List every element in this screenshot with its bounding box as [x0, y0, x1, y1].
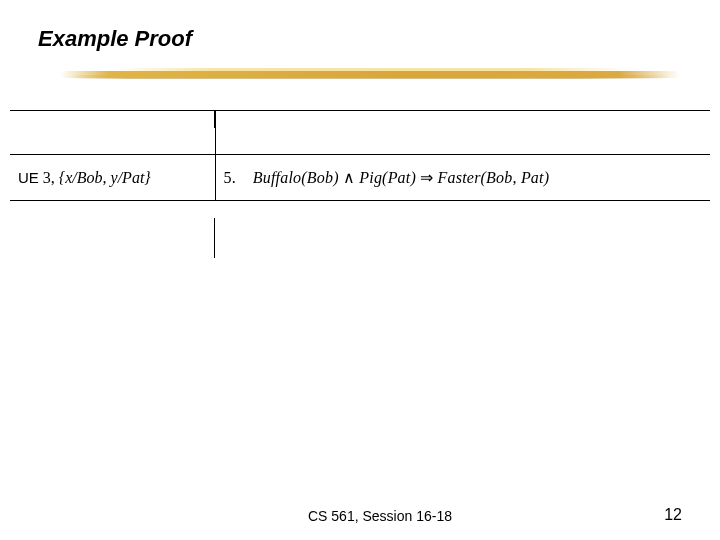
table-row: UE 3, {x/Bob, y/Pat} 5. Buffalo(Bob) ∧ P… [10, 155, 710, 201]
proof-table: UE 3, {x/Bob, y/Pat} 5. Buffalo(Bob) ∧ P… [10, 110, 710, 201]
arg-pat: (Pat) [382, 169, 416, 186]
pred-pig: Pig [359, 169, 382, 186]
rule-number: 3, [43, 169, 55, 186]
cell-stmt-empty [215, 111, 710, 155]
slide-container: Example Proof UE 3, {x/Bob, y/Pat} [0, 0, 720, 540]
brush-highlight [110, 68, 630, 71]
proof-table-wrapper: UE 3, {x/Bob, y/Pat} 5. Buffalo(Bob) ∧ P… [10, 110, 710, 201]
page-number: 12 [664, 506, 682, 524]
arg-bob: (Bob) [301, 169, 338, 186]
rule-substitution: {x/Bob, y/Pat} [59, 169, 151, 186]
cell-rule-empty [10, 111, 215, 155]
rule-label: UE [18, 169, 39, 186]
rule-text: UE 3, {x/Bob, y/Pat} [10, 169, 215, 187]
op-and: ∧ [339, 169, 360, 186]
table-vertical-divider-bottom [214, 218, 215, 258]
pred-faster: Faster [438, 169, 481, 186]
table-row-empty [10, 111, 710, 155]
brush-main [60, 71, 680, 78]
op-implies: ⇒ [416, 169, 438, 186]
pred-buffalo: Buffalo [253, 169, 302, 186]
stmt-number: 5. [224, 169, 236, 186]
slide-title: Example Proof [38, 26, 192, 52]
title-underline-decoration [60, 64, 680, 84]
footer-course-text: CS 561, Session 16-18 [308, 508, 452, 524]
footer-course: CS 561, Session 16-18 [0, 508, 720, 524]
cell-rule: UE 3, {x/Bob, y/Pat} [10, 155, 215, 201]
cell-statement: 5. Buffalo(Bob) ∧ Pig(Pat) ⇒ Faster(Bob,… [215, 155, 710, 201]
statement-text: 5. Buffalo(Bob) ∧ Pig(Pat) ⇒ Faster(Bob,… [216, 168, 711, 187]
arg-bobpat: (Bob, Pat) [481, 169, 550, 186]
